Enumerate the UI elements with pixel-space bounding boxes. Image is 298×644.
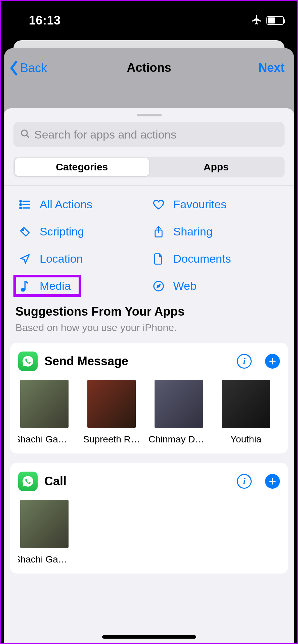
contacts-row: Shachi Gam… xyxy=(18,500,280,565)
category-location[interactable]: Location xyxy=(19,252,146,265)
category-web[interactable]: Web xyxy=(153,279,280,292)
svg-line-1 xyxy=(27,135,29,138)
avatar xyxy=(222,380,270,428)
svg-marker-14 xyxy=(157,284,160,287)
category-scripting[interactable]: Scripting xyxy=(19,225,146,238)
category-label: Web xyxy=(173,279,197,292)
avatar xyxy=(87,380,136,428)
whatsapp-icon xyxy=(18,472,38,491)
tab-categories[interactable]: Categories xyxy=(15,158,149,176)
avatar xyxy=(20,380,69,428)
suggestions-title: Suggestions From Your Apps xyxy=(15,305,283,319)
category-label: Documents xyxy=(173,252,231,265)
home-indicator[interactable] xyxy=(102,635,196,639)
contact-item[interactable]: Youthia xyxy=(222,380,270,445)
category-all-actions[interactable]: All Actions xyxy=(19,198,146,211)
contact-item[interactable]: Shachi Gam… xyxy=(20,380,69,445)
contact-name: Shachi Gam… xyxy=(18,434,75,445)
category-label: Location xyxy=(40,252,83,265)
info-button[interactable]: i xyxy=(237,474,252,489)
category-sharing[interactable]: Sharing xyxy=(153,225,280,238)
category-documents[interactable]: Documents xyxy=(153,252,280,265)
list-icon xyxy=(19,199,31,211)
battery-icon xyxy=(266,16,284,25)
card-title: Send Message xyxy=(44,354,230,368)
search-icon xyxy=(20,129,30,140)
heart-icon xyxy=(153,199,165,211)
airplane-mode-icon xyxy=(251,14,262,27)
next-button[interactable]: Next xyxy=(258,61,285,75)
avatar xyxy=(20,500,69,548)
contact-name: Supreeth R… xyxy=(81,434,142,445)
category-favourites[interactable]: Favourites xyxy=(153,198,280,211)
category-media[interactable]: Media xyxy=(19,279,146,292)
back-label: Back xyxy=(20,61,47,75)
category-label: Favourites xyxy=(173,198,227,211)
page-title: Actions xyxy=(4,61,294,75)
add-button[interactable] xyxy=(265,354,280,369)
doc-icon xyxy=(153,253,165,265)
category-label: Sharing xyxy=(173,225,213,238)
card-title: Call xyxy=(44,474,230,488)
search-bar[interactable] xyxy=(13,122,285,147)
svg-point-0 xyxy=(22,130,28,136)
status-time: 16:13 xyxy=(29,13,61,28)
contacts-row: Shachi Gam… Supreeth R… Chinmay Dh… Yout… xyxy=(18,380,280,445)
status-bar: 16:13 xyxy=(1,1,297,40)
svg-point-8 xyxy=(22,229,24,230)
contact-name: Youthia xyxy=(216,434,276,445)
contact-item[interactable]: Shachi Gam… xyxy=(20,500,69,565)
compass-icon xyxy=(153,280,165,292)
svg-point-4 xyxy=(20,204,21,205)
svg-point-2 xyxy=(20,200,21,202)
svg-point-6 xyxy=(20,207,21,208)
segmented-control: Categories Apps xyxy=(13,157,285,177)
add-button[interactable] xyxy=(265,474,280,489)
contact-name: Chinmay Dh… xyxy=(148,434,209,445)
categories-grid: All ActionsFavouritesScriptingSharingLoc… xyxy=(9,186,289,305)
contact-item[interactable]: Chinmay Dh… xyxy=(155,380,203,445)
back-button[interactable]: Back xyxy=(9,61,47,75)
sheet-grabber[interactable] xyxy=(137,114,162,116)
share-icon xyxy=(153,226,165,238)
info-button[interactable]: i xyxy=(237,354,252,369)
contact-item[interactable]: Supreeth R… xyxy=(87,380,136,445)
highlight-box xyxy=(13,275,81,297)
suggestions-subtitle: Based on how you use your iPhone. xyxy=(15,322,283,333)
category-label: All Actions xyxy=(40,198,92,211)
search-input[interactable] xyxy=(34,128,278,141)
suggestion-card: Call i Shachi Gam… xyxy=(10,463,288,574)
avatar xyxy=(155,380,203,428)
category-label: Scripting xyxy=(40,225,84,238)
suggestion-card: Send Message i Shachi Gam… Supreeth R… C… xyxy=(10,343,288,453)
whatsapp-icon xyxy=(18,352,38,371)
chevron-left-icon xyxy=(9,61,19,75)
tab-apps[interactable]: Apps xyxy=(149,158,284,176)
nav-header: Back Actions Next xyxy=(4,48,294,108)
tag-icon xyxy=(19,226,31,238)
contact-name: Shachi Gam… xyxy=(18,554,75,565)
nav-icon xyxy=(19,253,31,265)
